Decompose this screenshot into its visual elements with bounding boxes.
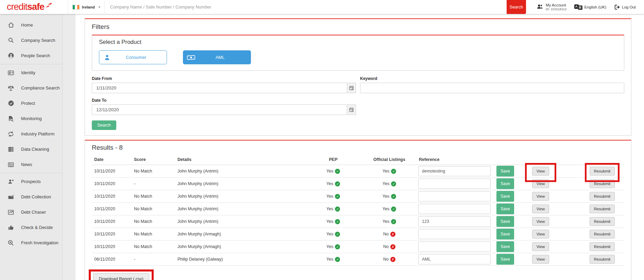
sidebar-item-debt-collection[interactable]: Debt Collection <box>0 189 62 204</box>
pep-value: Yes <box>326 194 333 199</box>
aml-label: AML <box>199 55 241 60</box>
top-header: creditsafe Ireland ▾ Search My Account I… <box>0 0 644 14</box>
keyword-input[interactable] <box>360 83 624 93</box>
check-icon: ✓ <box>335 232 340 237</box>
save-button[interactable]: Save <box>496 241 514 252</box>
cell-date: 10/11/2020 <box>92 194 134 199</box>
resubmit-button[interactable]: Resubmit <box>590 179 615 188</box>
date-to-input[interactable] <box>92 104 347 115</box>
table-row: 10/11/2020 No Match John Murphy (Armagh)… <box>92 241 624 253</box>
reference-input[interactable] <box>418 179 491 189</box>
pep-value: Yes <box>326 244 333 249</box>
view-button[interactable]: View <box>532 230 549 238</box>
view-button[interactable]: View <box>532 192 549 201</box>
resubmit-button[interactable]: Resubmit <box>590 192 615 201</box>
cell-details: John Murphy (Armagh) <box>177 244 306 249</box>
document-search-icon <box>7 115 14 122</box>
sidebar-item-label: Monitoring <box>21 116 42 121</box>
save-button[interactable]: Save <box>496 203 514 214</box>
sidebar-item-data-cleaning[interactable]: Data Cleaning <box>0 142 62 157</box>
select-product-box: Select a Product Consumer AML <box>92 35 624 71</box>
country-selector[interactable]: Ireland ▾ <box>68 0 105 14</box>
reference-input[interactable] <box>418 229 491 239</box>
sidebar-item-label: Debt Collection <box>21 194 51 199</box>
resubmit-button[interactable]: Resubmit <box>590 255 615 264</box>
table-row: 06/11/2020 - Philip Delaney (Galway) Yes… <box>92 253 624 266</box>
consumer-product-button[interactable]: Consumer <box>99 50 167 64</box>
table-header-row: Date Score Details PEP Official Listings… <box>92 154 624 165</box>
check-icon: ✓ <box>335 169 340 174</box>
my-account-menu[interactable]: My Account ID: 101518112 <box>536 3 567 11</box>
reference-input[interactable] <box>418 204 491 214</box>
global-search-input[interactable] <box>105 0 507 14</box>
calendar-icon[interactable] <box>347 104 356 115</box>
resubmit-button[interactable]: Resubmit <box>590 167 615 176</box>
chart-line-icon <box>7 209 14 216</box>
sidebar-item-monitoring[interactable]: Monitoring <box>0 111 62 126</box>
global-search-button[interactable]: Search <box>507 0 526 14</box>
save-button[interactable]: Save <box>496 254 514 265</box>
sidebar-item-debt-chaser[interactable]: Debt Chaser <box>0 204 62 220</box>
select-product-title: Select a Product <box>99 39 617 46</box>
sidebar-nav: Home Company Search People Search Identi… <box>0 14 63 280</box>
view-button[interactable]: View <box>532 242 549 251</box>
sidebar-item-home[interactable]: Home <box>0 17 62 33</box>
sidebar-item-people-search[interactable]: People Search <box>0 48 62 63</box>
sidebar-item-protect[interactable]: Protect <box>0 96 62 111</box>
download-report-button[interactable]: Download Report (.csv) <box>93 273 149 280</box>
sidebar-item-prospects[interactable]: Prospects <box>0 174 62 189</box>
aml-product-button[interactable]: AML <box>183 50 251 64</box>
sidebar-item-compliance-search[interactable]: Compliance Search <box>0 80 62 96</box>
table-row: 10/11/2020 No Match John Murphy (Antrim)… <box>92 203 624 215</box>
reference-input[interactable] <box>418 216 491 227</box>
view-button[interactable]: View <box>532 217 549 226</box>
sidebar-item-fresh-investigation[interactable]: Fresh Investigation <box>0 235 62 250</box>
resubmit-button[interactable]: Resubmit <box>590 242 615 251</box>
language-selector[interactable]: AB English (UK) <box>574 4 607 10</box>
reference-input[interactable] <box>418 166 491 176</box>
sidebar-item-industry-platform[interactable]: Industry Platform <box>0 126 62 142</box>
save-button[interactable]: Save <box>496 229 514 240</box>
listings-value: Yes <box>383 169 389 174</box>
reference-input[interactable] <box>418 242 491 252</box>
check-icon: ✓ <box>391 207 396 212</box>
note-pen-icon <box>7 194 14 200</box>
creditsafe-logo[interactable]: creditsafe <box>0 0 68 14</box>
table-row: 10/11/2020 No Match John Murphy (Antrim)… <box>92 165 624 178</box>
save-button[interactable]: Save <box>496 166 514 177</box>
sidebar-item-news[interactable]: News <box>0 157 62 172</box>
save-button[interactable]: Save <box>496 216 514 227</box>
listings-value: No <box>383 257 389 262</box>
cell-score: No Match <box>134 232 177 236</box>
pep-value: Yes <box>326 219 333 224</box>
pep-value: Yes <box>326 169 333 174</box>
country-label: Ireland <box>82 5 95 9</box>
filters-search-button[interactable]: Search <box>92 120 116 130</box>
logo-text-credit: credit <box>7 2 27 12</box>
view-button[interactable]: View <box>532 179 549 188</box>
check-icon: ✓ <box>335 207 340 212</box>
sidebar-item-label: Company Search <box>21 38 55 43</box>
cell-score: No Match <box>134 244 177 249</box>
col-header-score: Score <box>134 157 177 162</box>
cell-date: 10/11/2020 <box>92 181 134 186</box>
reference-input[interactable] <box>418 191 491 201</box>
check-icon: ✓ <box>335 257 340 262</box>
sidebar-item-check-decide[interactable]: Check & Decide <box>0 220 62 235</box>
date-from-input[interactable] <box>92 83 347 93</box>
save-button[interactable]: Save <box>496 191 514 202</box>
resubmit-button[interactable]: Resubmit <box>590 230 615 238</box>
view-button[interactable]: View <box>532 167 549 176</box>
view-button[interactable]: View <box>532 255 549 264</box>
sidebar-item-company-search[interactable]: Company Search <box>0 33 62 48</box>
save-button[interactable]: Save <box>496 178 514 189</box>
sidebar-item-identity[interactable]: Identity <box>0 65 62 80</box>
logout-button[interactable]: Log Out <box>614 4 636 10</box>
view-button[interactable]: View <box>532 204 549 213</box>
resubmit-button[interactable]: Resubmit <box>590 217 615 226</box>
calendar-icon[interactable] <box>347 83 356 93</box>
check-icon: ✓ <box>391 194 396 199</box>
listings-value: Yes <box>383 181 389 186</box>
reference-input[interactable] <box>418 254 491 264</box>
resubmit-button[interactable]: Resubmit <box>590 204 615 213</box>
